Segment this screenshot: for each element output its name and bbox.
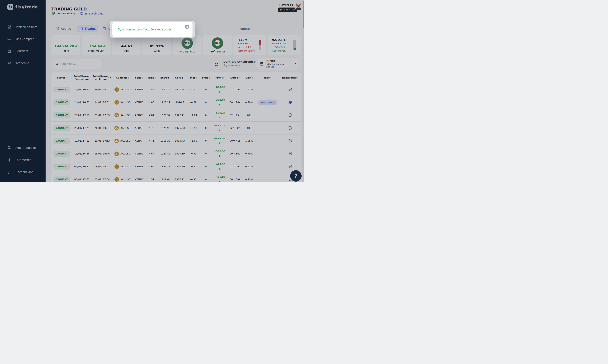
bubble-plus-icon bbox=[288, 139, 292, 143]
candles-icon bbox=[124, 38, 129, 43]
sort-desc-icon: ▼ bbox=[110, 77, 111, 79]
note-bubble-filled-icon[interactable] bbox=[288, 100, 292, 104]
table-row[interactable]: GAGNANT23/01, 17:5323/01, 17:55XAUUSDACH… bbox=[51, 109, 301, 121]
column-header-symbole[interactable]: Symbole▴▾ bbox=[112, 76, 133, 79]
table-row[interactable]: GAGNANT26/01, 16:5526/01, 16:57XAUUSDVEN… bbox=[51, 83, 301, 96]
gold-symbol-icon bbox=[114, 177, 119, 182]
book-icon bbox=[80, 12, 83, 15]
cell-date-cloture: 23/01, 17:55 bbox=[92, 114, 112, 117]
premium-badge[interactable]: PREMIUM bbox=[278, 8, 297, 12]
filter-dropdown[interactable]: Filtre Sélectionner une période bbox=[256, 58, 301, 70]
column-header-pips[interactable]: Pips▴▾ bbox=[187, 76, 200, 79]
toast-close-button[interactable]: X bbox=[185, 25, 189, 29]
column-header-dur-e[interactable]: Durée▴▾ bbox=[227, 76, 242, 79]
sort-arrows-icon: ▴▾ bbox=[142, 77, 143, 79]
help-button[interactable]: ? bbox=[290, 170, 302, 182]
add-note-icon[interactable] bbox=[288, 126, 292, 130]
trend-icon bbox=[154, 38, 159, 43]
cell-date-cloture: 24/01, 16:51 bbox=[92, 101, 112, 104]
stat-card-profit: +44634.28 €Profit bbox=[51, 35, 80, 55]
cell-pips: +1.04 bbox=[187, 114, 200, 117]
money-bag-icon bbox=[64, 38, 68, 43]
cell-pips: +0.97 bbox=[187, 127, 200, 129]
sort-arrows-icon: ▴▾ bbox=[239, 77, 239, 79]
column-header-sortie[interactable]: Sortie▴▾ bbox=[173, 76, 187, 79]
column-header-sens[interactable]: Sens▴▾ bbox=[133, 76, 145, 79]
sidebar-item-courtiers[interactable]: Courtiers bbox=[7, 48, 28, 54]
app-logo[interactable]: fixytrade bbox=[7, 4, 38, 10]
sidebar-item-aide-support[interactable]: Aide & Support bbox=[7, 145, 36, 151]
add-note-icon[interactable] bbox=[288, 139, 292, 143]
chat-help-icon bbox=[7, 146, 11, 150]
tab-aperçu[interactable]: Aperçu bbox=[53, 25, 74, 32]
stat-card-pire-perte: -442 €Pire Perte-205.21 €Perte Moyenne bbox=[233, 35, 266, 55]
cell-duree: 01m 09s bbox=[227, 165, 242, 168]
sidebar-item-label: Tableau de bord bbox=[15, 26, 38, 29]
sort-arrows-icon: ▴▾ bbox=[252, 77, 253, 79]
cell-gain: 0.79% bbox=[242, 152, 256, 155]
scrollbar-thumb[interactable] bbox=[303, 1, 304, 28]
table-row[interactable]: GAGNANT06/01, 16:4106/01, 16:42XAUUSDVEN… bbox=[51, 160, 301, 173]
learn-more-link[interactable]: En savoir plus bbox=[80, 12, 103, 15]
cell-date-cloture: 06/01, 16:42 bbox=[92, 165, 112, 168]
tab-trades[interactable]: Trades bbox=[77, 25, 98, 32]
sidebar-item-label: Aide & Support bbox=[15, 146, 36, 150]
add-note-icon[interactable] bbox=[288, 87, 292, 92]
cell-statut: GAGNANT bbox=[51, 151, 72, 157]
add-note-icon[interactable] bbox=[288, 113, 292, 117]
sidebar-item-label: Courtiers bbox=[15, 50, 28, 53]
table-row[interactable]: GAGNANT20/01, 17:2120/01, 19:51XAUUSDACH… bbox=[51, 121, 301, 134]
column-label: Durée bbox=[230, 76, 238, 79]
sort-arrows-icon: ▴▾ bbox=[108, 77, 109, 79]
stat-card--gagnants: 95%% Gagnants bbox=[173, 35, 202, 55]
gold-symbol-icon bbox=[114, 139, 119, 143]
column-header-remarques[interactable]: Remarques▴▾ bbox=[279, 76, 301, 79]
cell-sortie: 1930.94 bbox=[173, 88, 187, 91]
column-header-profit[interactable]: Profit▴▾ bbox=[212, 76, 227, 79]
sidebar-item-param-tres[interactable]: Paramètres bbox=[7, 157, 31, 163]
sidebar-item-tableau-de-bord[interactable]: Tableau de bord bbox=[7, 24, 38, 30]
column-label: Gain bbox=[245, 76, 251, 79]
cell-taille: 4.86 bbox=[145, 101, 158, 104]
cell-sens: VENTE bbox=[133, 165, 145, 168]
column-header-frais[interactable]: Frais▴▾ bbox=[200, 76, 212, 79]
sidebar-item-d-connexion[interactable]: Déconnexion bbox=[7, 169, 33, 175]
cell-entree: 1844.71 bbox=[158, 165, 173, 168]
sort-arrows-icon: ▴▾ bbox=[128, 77, 129, 79]
cell-statut: GAGNANT bbox=[51, 177, 72, 182]
table-row[interactable]: GAGNANT19/01, 17:1219/01, 17:13XAUUSDACH… bbox=[51, 134, 301, 147]
cell-sens: VENTE bbox=[133, 152, 145, 155]
cell-gain: 1.05% bbox=[242, 139, 256, 142]
tab-account-partial[interactable]: ompte bbox=[238, 25, 252, 32]
sync-button[interactable] bbox=[212, 60, 221, 69]
table-row[interactable]: GAGNANT18/01, 16:4618/01, 16:46XAUUSDVEN… bbox=[51, 147, 301, 160]
cell-duree: 02h 30m bbox=[227, 127, 242, 129]
cell-statut: GAGNANT bbox=[51, 138, 72, 144]
avatar[interactable] bbox=[294, 2, 303, 10]
column-header-date-heure-d-ouverture[interactable]: Date/Heure d'ouverture▴▾ bbox=[72, 75, 92, 80]
column-label: Remarques bbox=[282, 76, 297, 79]
stat-label: Gain Moyen bbox=[272, 49, 286, 52]
cell-frais: 0 bbox=[200, 101, 212, 104]
column-header-tags[interactable]: Tags▴▾ bbox=[256, 76, 279, 79]
calendar-icon bbox=[260, 62, 264, 66]
sidebar-item-acad-mie[interactable]: Académie bbox=[7, 60, 29, 66]
column-header-taille[interactable]: Taille▴▾ bbox=[145, 76, 158, 79]
search-input[interactable] bbox=[61, 62, 95, 65]
pulse-icon bbox=[94, 38, 99, 43]
tab-label: Aperçu bbox=[61, 27, 71, 30]
cell-sens: ACHAT bbox=[133, 127, 145, 129]
column-header-statut[interactable]: Statut▴▾ bbox=[51, 76, 72, 79]
status-badge: GAGNANT bbox=[54, 164, 70, 169]
add-note-icon[interactable] bbox=[288, 164, 292, 169]
sidebar-item-mes-comptes[interactable]: Mes Comptes bbox=[7, 36, 34, 42]
column-header-date-heure-de-cl-ture[interactable]: Date/Heure de clôture▴▾▼ bbox=[92, 75, 112, 80]
add-note-icon[interactable] bbox=[288, 151, 292, 156]
toast: Synchronisation effectuée avec succès X bbox=[112, 22, 193, 37]
cell-remarques bbox=[279, 164, 301, 169]
column-header-entr-e[interactable]: Entrée▴▾ bbox=[158, 76, 173, 79]
column-header-gain[interactable]: Gain▴▾ bbox=[242, 76, 256, 79]
table-row[interactable]: GAGNANT24/01, 16:5124/01, 16:51XAUUSDVEN… bbox=[51, 96, 301, 109]
donut-chart: 16.5 bbox=[212, 38, 223, 49]
table-row[interactable]: GAGNANT05/01, 17:5305/01, 17:54XAUUSDVEN… bbox=[51, 173, 301, 182]
